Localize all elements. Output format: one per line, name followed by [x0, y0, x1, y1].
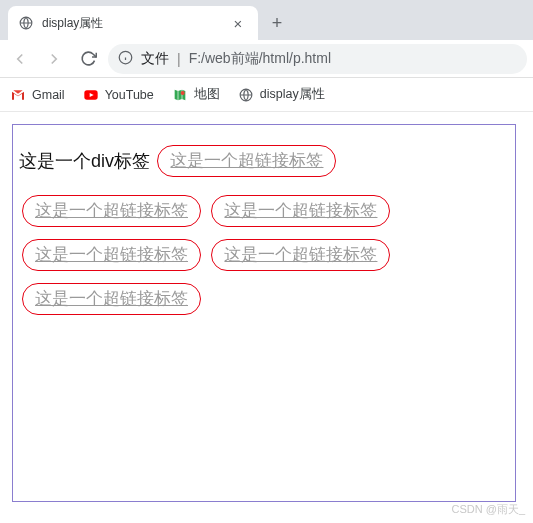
tab-title: display属性: [42, 15, 220, 32]
bookmark-youtube[interactable]: YouTube: [83, 87, 154, 103]
close-icon[interactable]: ×: [228, 15, 248, 32]
url-path: F:/web前端/html/p.html: [189, 50, 331, 68]
globe-icon: [238, 87, 254, 103]
link-pill[interactable]: 这是一个超链接标签: [211, 195, 390, 227]
globe-icon: [18, 15, 34, 31]
page-content-box: 这是一个div标签 这是一个超链接标签 这是一个超链接标签 这是一个超链接标签 …: [12, 124, 516, 502]
bookmark-display[interactable]: display属性: [238, 86, 325, 103]
info-icon: [118, 50, 133, 68]
bookmark-label: 地图: [194, 86, 220, 103]
bookmarks-bar: Gmail YouTube 地图 display属性: [0, 78, 533, 112]
back-button[interactable]: [6, 45, 34, 73]
link-pill[interactable]: 这是一个超链接标签: [22, 283, 201, 315]
tab-bar: display属性 × +: [0, 0, 533, 40]
bookmark-gmail[interactable]: Gmail: [10, 87, 65, 103]
bookmark-label: display属性: [260, 86, 325, 103]
link-pill[interactable]: 这是一个超链接标签: [22, 195, 201, 227]
toolbar: 文件 | F:/web前端/html/p.html: [0, 40, 533, 78]
url-separator: |: [177, 51, 181, 67]
gmail-icon: [10, 87, 26, 103]
svg-point-5: [180, 91, 184, 95]
bookmark-label: YouTube: [105, 88, 154, 102]
browser-tab[interactable]: display属性 ×: [8, 6, 258, 40]
reload-button[interactable]: [74, 45, 102, 73]
link-pill[interactable]: 这是一个超链接标签: [22, 239, 201, 271]
link-pill[interactable]: 这是一个超链接标签: [211, 239, 390, 271]
watermark: CSDN @雨天_: [451, 502, 525, 517]
bookmark-label: Gmail: [32, 88, 65, 102]
new-tab-button[interactable]: +: [262, 8, 292, 38]
maps-icon: [172, 87, 188, 103]
page-content: 这是一个div标签 这是一个超链接标签 这是一个超链接标签 这是一个超链接标签 …: [13, 125, 515, 335]
address-bar[interactable]: 文件 | F:/web前端/html/p.html: [108, 44, 527, 74]
forward-button[interactable]: [40, 45, 68, 73]
url-scheme-label: 文件: [141, 50, 169, 68]
div-text: 这是一个div标签: [19, 151, 150, 171]
youtube-icon: [83, 87, 99, 103]
bookmark-maps[interactable]: 地图: [172, 86, 220, 103]
link-pill[interactable]: 这是一个超链接标签: [157, 145, 336, 177]
